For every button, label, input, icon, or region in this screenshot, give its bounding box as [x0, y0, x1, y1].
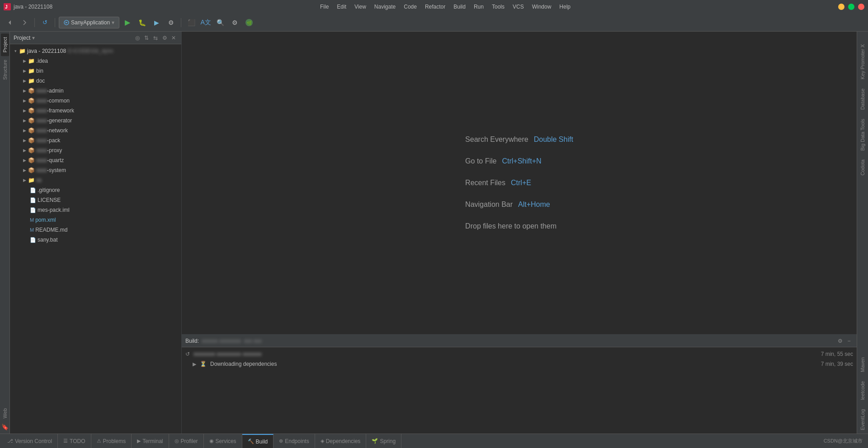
- translate-button[interactable]: A文: [199, 16, 212, 29]
- bin-arrow: ▶: [21, 67, 28, 75]
- tree-item-common[interactable]: ▶ 📦 xxxx-common: [10, 96, 181, 106]
- close-panel-icon[interactable]: ✕: [170, 34, 178, 42]
- run-configuration-selector[interactable]: SanyApplication ▾: [59, 17, 119, 28]
- run-config-dropdown-icon[interactable]: ▾: [112, 19, 114, 26]
- menu-build[interactable]: Build: [450, 2, 469, 11]
- menu-run[interactable]: Run: [470, 2, 487, 11]
- tab-dependencies[interactable]: ◈ Dependencies: [315, 434, 367, 448]
- tab-spring[interactable]: 🌱 Spring: [366, 434, 401, 448]
- stop-button[interactable]: ⬛: [185, 16, 198, 29]
- back-button[interactable]: [4, 16, 16, 29]
- tab-version-control[interactable]: ⎇ Version Control: [2, 434, 58, 448]
- tab-build[interactable]: 🔨 Build: [242, 434, 274, 448]
- menu-help[interactable]: Help: [556, 2, 574, 11]
- sync-button[interactable]: ↺: [38, 16, 51, 29]
- menu-navigate[interactable]: Navigate: [371, 2, 399, 11]
- tree-item-quartz[interactable]: ▶ 📦 xxxx-quartz: [10, 155, 181, 165]
- bookmarks-icon[interactable]: 🔖: [0, 422, 10, 432]
- tree-item-pack[interactable]: ▶ 📦 xxxx-pack: [10, 135, 181, 145]
- tree-item-gitignore[interactable]: ▶ 📄 .gitignore: [10, 185, 181, 195]
- right-sidebar-eventlog[interactable]: EventLog: [858, 406, 867, 434]
- goto-file-label: Go to File: [465, 157, 496, 165]
- profile-button[interactable]: ⚙: [165, 16, 177, 29]
- tab-project[interactable]: Project: [1, 33, 9, 56]
- pack-label: xxxx-pack: [36, 137, 60, 144]
- build-refresh-icon[interactable]: ↺: [185, 351, 190, 357]
- doc-folder-icon: 📁: [28, 78, 35, 84]
- right-sidebar-leetcode[interactable]: leetcode: [858, 378, 867, 404]
- tree-item-system[interactable]: ▶ 📦 xxxx-system: [10, 165, 181, 175]
- tree-item-bin[interactable]: ▶ 📁 bin: [10, 66, 181, 76]
- right-sidebar-codota[interactable]: Codota: [858, 156, 867, 179]
- tree-item-proxy[interactable]: ▶ 📦 xxxx-proxy: [10, 145, 181, 155]
- right-sidebar-database[interactable]: Database: [858, 85, 867, 113]
- network-arrow: ▶: [21, 127, 28, 134]
- maximize-button[interactable]: [848, 4, 854, 10]
- tab-endpoints[interactable]: ⊕ Endpoints: [274, 434, 315, 448]
- svg-text:J: J: [5, 5, 8, 9]
- tab-problems[interactable]: ⚠ Problems: [91, 434, 132, 448]
- tree-root[interactable]: ▾ 📁 java - 20221108 D:\CODE\Git_dy\m: [10, 46, 181, 56]
- menu-edit[interactable]: Edit: [333, 2, 350, 11]
- build-expand-icon[interactable]: ▶: [193, 361, 196, 367]
- close-button[interactable]: [858, 4, 864, 10]
- idea-label: .idea: [36, 58, 48, 64]
- tab-profiler[interactable]: ◎ Profiler: [169, 434, 204, 448]
- status-csdn[interactable]: CSDN@北京城市: [820, 438, 866, 444]
- statusbar-right: CSDN@北京城市: [820, 438, 866, 444]
- tree-item-doc[interactable]: ▶ 📁 doc: [10, 76, 181, 86]
- build-icon: 🔨: [248, 439, 254, 444]
- tree-item-bat[interactable]: ▶ 📄 sany.bat: [10, 235, 181, 245]
- collapse-all-icon[interactable]: ⇆: [151, 34, 160, 42]
- tree-item-framework[interactable]: ▶ 📦 xxxx-framework: [10, 106, 181, 116]
- tab-terminal[interactable]: ▶ Terminal: [132, 434, 169, 448]
- settings-button[interactable]: ⚙: [228, 16, 241, 29]
- goto-file-shortcut[interactable]: Ctrl+Shift+N: [502, 157, 541, 165]
- tab-todo[interactable]: ☰ TODO: [58, 434, 91, 448]
- menu-window[interactable]: Window: [528, 2, 555, 11]
- search-everywhere-shortcut[interactable]: Double Shift: [534, 135, 573, 144]
- drop-files-label: Drop files here to open them: [465, 222, 573, 230]
- nav-bar-shortcut[interactable]: Alt+Home: [518, 201, 550, 209]
- tree-item-generator[interactable]: ▶ 📦 xxxx-generator: [10, 116, 181, 126]
- menu-code[interactable]: Code: [400, 2, 420, 11]
- tree-item-readme[interactable]: ▶ M README.md: [10, 225, 181, 235]
- proxy-folder-icon: 📦: [28, 147, 35, 154]
- locate-icon[interactable]: ◎: [133, 34, 142, 42]
- tree-item-network[interactable]: ▶ 📦 xxxx-network: [10, 126, 181, 135]
- avatar-button[interactable]: 🌿: [243, 16, 255, 29]
- menu-view[interactable]: View: [351, 2, 370, 11]
- run-config-label: SanyApplication: [71, 19, 110, 26]
- tree-item-iml[interactable]: ▶ 📄 mes-pack.iml: [10, 205, 181, 215]
- tree-item-idea[interactable]: ▶ 📁 .idea: [10, 56, 181, 66]
- tree-item-pom[interactable]: ▶ M pom.xml: [10, 215, 181, 225]
- build-minimize-icon[interactable]: −: [845, 337, 853, 345]
- tab-services[interactable]: ◉ Services: [204, 434, 242, 448]
- tab-web[interactable]: Web: [1, 405, 9, 422]
- project-dropdown-icon[interactable]: ▾: [32, 35, 35, 41]
- expand-all-icon[interactable]: ⇅: [142, 34, 151, 42]
- right-sidebar-maven[interactable]: Maven: [858, 354, 867, 376]
- search-everywhere-button[interactable]: 🔍: [214, 16, 226, 29]
- doc-label: doc: [36, 78, 45, 84]
- pom-label: pom.xml: [35, 217, 56, 223]
- tree-item-license[interactable]: ▶ 📄 LICENSE: [10, 195, 181, 205]
- run-button[interactable]: ▶: [121, 16, 134, 29]
- tab-structure[interactable]: Structure: [1, 56, 9, 84]
- coverage-button[interactable]: ▶: [150, 16, 163, 29]
- minimize-button[interactable]: [838, 4, 844, 10]
- recent-files-shortcut[interactable]: Ctrl+E: [511, 179, 531, 187]
- menu-tools[interactable]: Tools: [488, 2, 508, 11]
- menu-vcs[interactable]: VCS: [509, 2, 528, 11]
- forward-button[interactable]: [18, 16, 31, 29]
- right-sidebar-key-promoter[interactable]: Key Promoter X: [858, 41, 867, 83]
- file-tree: ▾ 📁 java - 20221108 D:\CODE\Git_dy\m ▶ 📁…: [10, 44, 181, 434]
- menu-file[interactable]: File: [316, 2, 332, 11]
- tree-item-admin[interactable]: ▶ 📦 xxxx-admin: [10, 86, 181, 96]
- debug-button[interactable]: 🐛: [136, 16, 148, 29]
- settings-icon[interactable]: ⚙: [160, 34, 169, 42]
- build-settings-icon[interactable]: ⚙: [836, 337, 844, 345]
- tree-item-sql[interactable]: ▶ 📁 xx: [10, 175, 181, 185]
- menu-refactor[interactable]: Refactor: [421, 2, 449, 11]
- right-sidebar-big-data-tools[interactable]: Big Data Tools: [858, 115, 867, 154]
